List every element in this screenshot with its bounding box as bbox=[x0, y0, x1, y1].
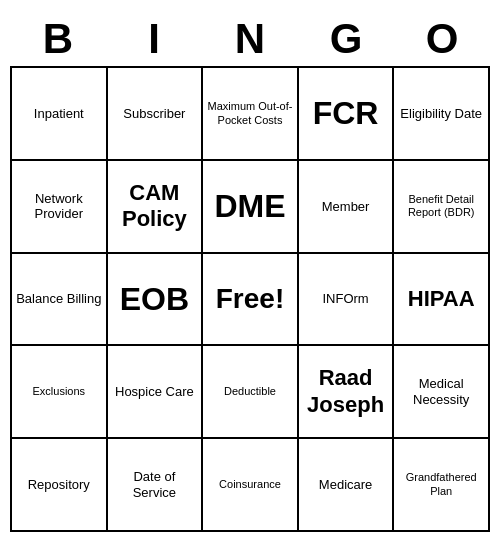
bingo-header: BINGO bbox=[10, 12, 490, 66]
bingo-cell-r3-c1: Hospice Care bbox=[108, 346, 204, 439]
bingo-cell-r4-c1: Date of Service bbox=[108, 439, 204, 532]
bingo-cell-r2-c2: Free! bbox=[203, 254, 299, 347]
bingo-cell-r2-c3: INFOrm bbox=[299, 254, 395, 347]
bingo-cell-r1-c0: Network Provider bbox=[12, 161, 108, 254]
bingo-cell-r2-c1: EOB bbox=[108, 254, 204, 347]
bingo-cell-r2-c0: Balance Billing bbox=[12, 254, 108, 347]
bingo-cell-r0-c4: Eligibility Date bbox=[394, 68, 490, 161]
bingo-cell-r0-c0: Inpatient bbox=[12, 68, 108, 161]
bingo-cell-r4-c4: Grandfathered Plan bbox=[394, 439, 490, 532]
header-letter: O bbox=[394, 12, 490, 66]
bingo-cell-r0-c3: FCR bbox=[299, 68, 395, 161]
header-letter: N bbox=[202, 12, 298, 66]
bingo-cell-r0-c1: Subscriber bbox=[108, 68, 204, 161]
bingo-cell-r3-c4: Medical Necessity bbox=[394, 346, 490, 439]
bingo-cell-r4-c0: Repository bbox=[12, 439, 108, 532]
header-letter: B bbox=[10, 12, 106, 66]
header-letter: I bbox=[106, 12, 202, 66]
header-letter: G bbox=[298, 12, 394, 66]
bingo-cell-r1-c1: CAM Policy bbox=[108, 161, 204, 254]
bingo-card: BINGO InpatientSubscriberMaximum Out-of-… bbox=[10, 12, 490, 532]
bingo-cell-r3-c2: Deductible bbox=[203, 346, 299, 439]
bingo-cell-r1-c4: Benefit Detail Report (BDR) bbox=[394, 161, 490, 254]
bingo-cell-r4-c3: Medicare bbox=[299, 439, 395, 532]
bingo-cell-r0-c2: Maximum Out-of-Pocket Costs bbox=[203, 68, 299, 161]
bingo-grid: InpatientSubscriberMaximum Out-of-Pocket… bbox=[10, 66, 490, 532]
bingo-cell-r3-c0: Exclusions bbox=[12, 346, 108, 439]
bingo-cell-r1-c2: DME bbox=[203, 161, 299, 254]
bingo-cell-r4-c2: Coinsurance bbox=[203, 439, 299, 532]
bingo-cell-r3-c3: Raad Joseph bbox=[299, 346, 395, 439]
bingo-cell-r1-c3: Member bbox=[299, 161, 395, 254]
bingo-cell-r2-c4: HIPAA bbox=[394, 254, 490, 347]
